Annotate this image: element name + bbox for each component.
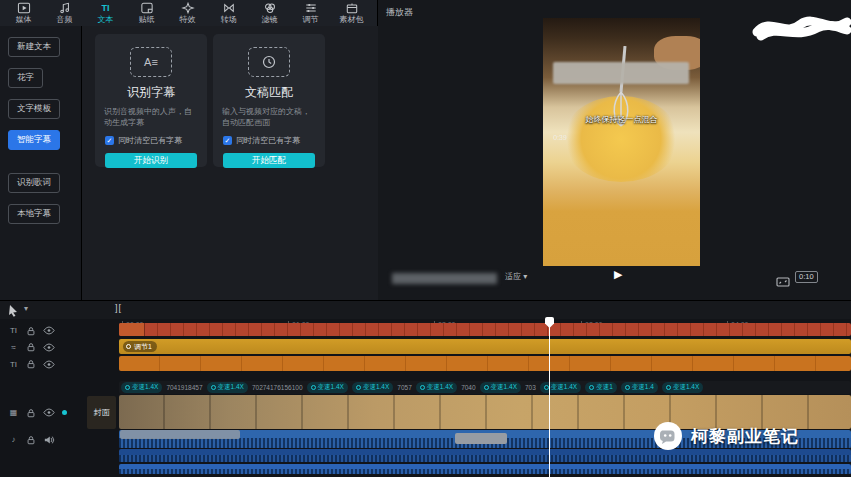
card-description: 识别音视频中的人声，自动生成字幕	[104, 106, 198, 128]
script-match-card: 文稿匹配 输入与视频对应的文稿，自动匹配画面 ✓ 同时清空已有字幕 开始匹配	[213, 34, 325, 167]
speed-icon	[125, 385, 130, 390]
sidebar-item-local-captions[interactable]: 本地字幕	[8, 204, 60, 224]
speed-chip[interactable]: 变速1.4X	[662, 382, 703, 393]
fit-dropdown[interactable]: 适应 ▾	[505, 271, 527, 282]
main-track-indicator	[62, 410, 67, 415]
sidebar-item-fancy-text[interactable]: 花字	[8, 68, 43, 88]
effect-track-icon: ≈	[8, 343, 19, 352]
video-track-icon: ▦	[8, 408, 19, 417]
speed-chip[interactable]: 变速1.4	[621, 382, 658, 393]
track-header-text1: TI	[0, 324, 85, 337]
lock-icon[interactable]	[26, 435, 36, 445]
toolbar-item-audio[interactable]: 音频	[45, 0, 84, 26]
toolbar-item-label: 转场	[221, 15, 237, 24]
speed-icon	[311, 385, 316, 390]
transition-icon	[222, 2, 236, 14]
card-title: 识别字幕	[95, 84, 207, 101]
sidebar-item-text-template[interactable]: 文字模板	[8, 99, 60, 119]
clip-id-label: 7041918457	[166, 384, 202, 391]
adjustment-track[interactable]: 调节1	[119, 339, 851, 354]
toolbar-item-effects[interactable]: 特效	[168, 0, 207, 26]
filter-icon	[263, 2, 277, 14]
eye-icon[interactable]	[43, 343, 55, 352]
play-button[interactable]: ▶	[614, 268, 622, 281]
toolbar-item-adjust[interactable]: 调节	[291, 0, 330, 26]
split-tool-icon[interactable]: ][	[115, 303, 122, 313]
speed-chip[interactable]: 变速1.4X	[207, 382, 248, 393]
lock-icon[interactable]	[26, 342, 36, 352]
cursor-tool-icon[interactable]	[8, 304, 20, 317]
text-track-icon: TI	[8, 326, 19, 335]
cursor-tool-caret-icon[interactable]: ▾	[24, 304, 28, 313]
toolbar-item-label: 音频	[57, 15, 73, 24]
sidebar-item-new-text[interactable]: 新建文本	[8, 37, 60, 57]
toolbar-item-filter[interactable]: 滤镜	[250, 0, 289, 26]
toolbar-item-transition[interactable]: 转场	[209, 0, 248, 26]
audio-waveform	[119, 469, 851, 474]
track-header-video: ▦	[0, 396, 85, 429]
speed-chip[interactable]: 变速1.4X	[307, 382, 348, 393]
speed-icon	[589, 385, 594, 390]
speed-chip[interactable]: 变速1.4X	[480, 382, 521, 393]
scribble-censor	[751, 10, 851, 42]
audio-track-icon: ♪	[8, 435, 19, 444]
cover-thumbnail[interactable]: 封面	[87, 396, 116, 429]
toolbar-item-text[interactable]: TI 文本	[86, 0, 125, 26]
video-preview[interactable]: 始终保持轻一点混合 0:39	[543, 18, 700, 266]
speed-icon	[356, 385, 361, 390]
speed-chip[interactable]: 变速1.4X	[352, 382, 393, 393]
clear-existing-captions-row: ✓ 同时清空已有字幕	[223, 135, 325, 146]
card-description: 输入与视频对应的文稿，自动匹配画面	[222, 106, 316, 128]
lock-icon[interactable]	[26, 359, 36, 369]
text-sidebar: 新建文本 花字 文字模板 智能字幕 识别歌词 本地字幕	[0, 26, 82, 300]
audio-icon	[58, 2, 72, 14]
speed-icon	[420, 385, 425, 390]
track-header-effect: ≈	[0, 340, 85, 354]
audio-track-3[interactable]	[119, 464, 851, 474]
recognize-subtitles-icon: A≡	[130, 47, 172, 77]
speaker-icon[interactable]	[43, 435, 55, 445]
toolbar-item-media[interactable]: 媒体	[4, 0, 43, 26]
text-clip-track-2[interactable]	[119, 356, 851, 371]
package-icon	[345, 2, 359, 14]
track-header-text2: TI	[0, 357, 85, 371]
script-match-icon	[248, 47, 290, 77]
text-icon: TI	[102, 3, 110, 14]
track-header-audio: ♪	[0, 431, 85, 448]
eye-icon[interactable]	[43, 360, 55, 369]
lock-icon[interactable]	[26, 326, 36, 336]
clear-existing-checkbox[interactable]: ✓	[223, 136, 232, 145]
sidebar-item-smart-captions[interactable]: 智能字幕	[8, 130, 60, 150]
start-recognition-button[interactable]: 开始识别	[105, 153, 197, 168]
speed-chip[interactable]: 变速1	[585, 382, 617, 393]
watermark: 柯黎副业笔记	[653, 421, 799, 451]
checkbox-label: 同时清空已有字幕	[236, 135, 300, 146]
start-match-button[interactable]: 开始匹配	[223, 153, 315, 168]
player-panel: 播放器 始终保持轻一点混合 0:39 适应 ▾ ▶ 0:10	[378, 0, 851, 300]
toolbar-item-label: 贴纸	[139, 15, 155, 24]
speed-chip[interactable]: 变速1.4X	[416, 382, 457, 393]
toolbar-item-sticker[interactable]: 贴纸	[127, 0, 166, 26]
sidebar-item-recognize-lyrics[interactable]: 识别歌词	[8, 173, 60, 193]
toolbar-item-material-pack[interactable]: 素材包	[332, 0, 371, 26]
text-clip-track[interactable]	[119, 323, 851, 336]
clip-id-label: 703	[525, 384, 536, 391]
player-title: 播放器	[386, 6, 413, 19]
lock-icon[interactable]	[26, 408, 36, 418]
eye-icon[interactable]	[43, 326, 55, 335]
wechat-icon	[653, 421, 683, 451]
adjustment-clip-chip: 调节1	[123, 341, 157, 352]
text-track-icon: TI	[8, 360, 19, 369]
scale-icon[interactable]	[776, 273, 790, 291]
speed-chip[interactable]: 变速1.4X	[540, 382, 581, 393]
audio-segment-overlay	[120, 430, 240, 439]
watermark-text: 柯黎副业笔记	[691, 425, 799, 448]
toolbar-item-label: 媒体	[16, 15, 32, 24]
video-timestamp: 0:39	[553, 134, 567, 141]
speed-chip[interactable]: 变速1.4X	[121, 382, 162, 393]
clear-existing-checkbox[interactable]: ✓	[105, 136, 114, 145]
toolbar-item-label: 特效	[180, 15, 196, 24]
toolbar-item-label: 调节	[303, 15, 319, 24]
effects-icon	[181, 2, 195, 14]
eye-icon[interactable]	[43, 408, 55, 417]
